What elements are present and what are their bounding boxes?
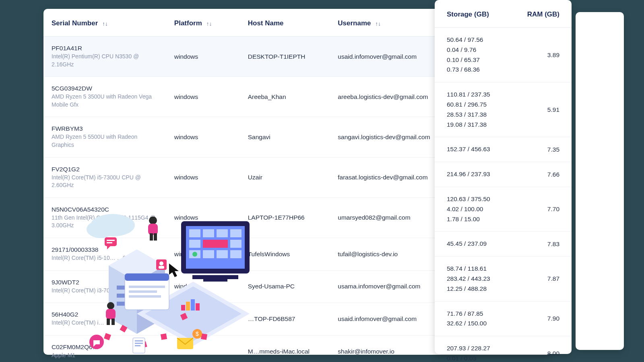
storage-line: 19.08 / 317.38 (447, 120, 523, 130)
col-storage-label[interactable]: Storage (GB) (447, 10, 523, 19)
serial-number: FV2Q1G2 (52, 166, 158, 173)
storage-values: 120.63 / 375.504.02 / 100.001.78 / 15.00 (447, 194, 523, 224)
storage-values: 110.81 / 237.3560.81 / 296.7528.53 / 317… (447, 90, 523, 130)
sort-icon: ↑↓ (375, 21, 381, 27)
cell-serial: PF01A41RIntel(R) Pentium(R) CPU N3530 @ … (43, 37, 166, 77)
serial-number: N5N0CV06A54320C (52, 206, 158, 213)
metrics-header: Storage (GB) RAM (GB) (435, 0, 572, 28)
col-host-label: Host Name (248, 19, 284, 27)
storage-line: 207.93 / 228.27 (447, 343, 523, 354)
ram-value: 7.35 (523, 146, 559, 153)
cell-host: Sangavi (240, 117, 330, 157)
cell-serial: 9J0WDT2Intel(R) Core(TM) i3-7020U CPU … (43, 270, 166, 303)
sort-icon: ↑↓ (102, 21, 108, 27)
ram-value: 3.89 (523, 51, 559, 59)
ram-value: 5.91 (523, 106, 559, 113)
cell-serial: C02FM0M2Q6…Apple M1 (43, 335, 166, 362)
serial-number: 29171/00003338 (52, 246, 158, 253)
ram-value: 7.66 (523, 171, 559, 178)
metrics-row: 58.74 / 118.61283.42 / 443.2312.25 / 488… (435, 257, 572, 301)
cell-host: …TOP-FD6B587 (240, 303, 330, 335)
cell-platform (166, 335, 240, 362)
metrics-row: 207.93 / 228.270.01 / 0.038.00 (435, 336, 572, 362)
sort-icon: ↑↓ (206, 21, 212, 27)
storage-line: 0.73 / 68.36 (447, 65, 523, 75)
metrics-row: 214.96 / 237.937.66 (435, 162, 572, 187)
cell-platform: windows (166, 197, 240, 238)
serial-number: 56H40G2 (52, 311, 158, 318)
storage-line: 32.62 / 150.00 (447, 319, 523, 329)
cell-platform: windows (166, 117, 240, 157)
cell-host: DESKTOP-T1IEPTH (240, 37, 330, 77)
ram-value: 7.70 (523, 206, 559, 213)
cell-host: Syed-Usama-PC (240, 270, 330, 303)
storage-line: 12.25 / 488.28 (447, 284, 523, 294)
serial-number: 5CG03942DW (52, 85, 158, 92)
cell-platform: windows (166, 238, 240, 270)
serial-number: C02FM0M2Q6… (52, 343, 158, 351)
ram-value: 8.00 (523, 350, 559, 357)
cpu-model: Apple M1 (52, 352, 158, 360)
serial-number: 9J0WDT2 (52, 279, 158, 286)
storage-line: 0.01 / 0.03 (447, 354, 523, 362)
serial-number: PF01A41R (52, 45, 158, 52)
metrics-row: 120.63 / 375.504.02 / 100.001.78 / 15.00… (435, 187, 572, 232)
storage-values: 58.74 / 118.61283.42 / 443.2312.25 / 488… (447, 264, 523, 294)
cell-serial: 5CG03942DWAMD Ryzen 5 3500U with Radeon … (43, 77, 166, 117)
storage-values: 214.96 / 237.93 (447, 169, 523, 179)
storage-values: 50.64 / 97.560.04 / 9.760.10 / 65.370.73… (447, 35, 523, 75)
ram-value: 7.90 (523, 315, 559, 322)
serial-number: FWRBYM3 (52, 125, 158, 132)
cell-platform: windows (166, 77, 240, 117)
col-ram-label[interactable]: RAM (GB) (523, 10, 559, 19)
metrics-rows: 50.64 / 97.560.04 / 9.760.10 / 65.370.73… (435, 28, 572, 362)
cell-serial: 29171/00003338Intel(R) Core(TM) i5-10… …… (43, 238, 166, 270)
cell-host: Uzair (240, 157, 330, 197)
metrics-row: 45.45 / 237.097.83 (435, 232, 572, 257)
storage-line: 110.81 / 237.35 (447, 90, 523, 100)
cell-serial: 56H40G2Intel(R) Core(TM) i… (43, 303, 166, 335)
storage-values: 45.45 / 237.09 (447, 239, 523, 249)
storage-line: 45.45 / 237.09 (447, 239, 523, 249)
cell-platform: windows (166, 37, 240, 77)
storage-values: 71.76 / 87.8532.62 / 150.00 (447, 309, 523, 329)
storage-line: 60.81 / 296.75 (447, 100, 523, 110)
ram-value: 7.83 (523, 241, 559, 248)
metrics-row: 71.76 / 87.8532.62 / 150.007.90 (435, 302, 572, 337)
metrics-row: 152.37 / 456.637.35 (435, 137, 572, 162)
cpu-model: Intel(R) Core(TM) i3-7020U CPU … (52, 287, 158, 295)
cell-platform: windows (166, 157, 240, 197)
col-host[interactable]: Host Name (240, 9, 330, 37)
cell-host: TufelsWindows (240, 238, 330, 270)
cell-serial: N5N0CV06A54320C11th Gen Intel(R) Core(TM… (43, 197, 166, 238)
storage-line: 4.02 / 100.00 (447, 204, 523, 214)
cpu-model: Intel(R) Core(TM) i5-10… …60GHz (52, 254, 158, 262)
metrics-row: 110.81 / 237.3560.81 / 296.7528.53 / 317… (435, 82, 572, 137)
cpu-model: AMD Ryzen 5 3500U with Radeon Vega Mobil… (52, 93, 158, 109)
cpu-model: Intel(R) Core(TM) i5-7300U CPU @ 2.60GHz (52, 174, 158, 189)
metrics-row: 50.64 / 97.560.04 / 9.760.10 / 65.370.73… (435, 28, 572, 82)
col-serial[interactable]: Serial Number ↑↓ (43, 9, 166, 37)
cpu-model: 11th Gen Intel(R) Core(TM) i3-1115G4 @ 3… (52, 214, 158, 230)
storage-line: 0.04 / 9.76 (447, 45, 523, 55)
background-card (576, 12, 624, 350)
storage-line: 152.37 / 456.63 (447, 144, 523, 154)
storage-line: 214.96 / 237.93 (447, 169, 523, 179)
cell-host: Areeba_Khan (240, 77, 330, 117)
storage-line: 0.10 / 65.37 (447, 55, 523, 65)
storage-line: 58.74 / 118.61 (447, 264, 523, 274)
storage-line: 283.42 / 443.23 (447, 274, 523, 284)
cell-serial: FV2Q1G2Intel(R) Core(TM) i5-7300U CPU @ … (43, 157, 166, 197)
cell-host: M…mmeds-iMac.local (240, 335, 330, 362)
cpu-model: Intel(R) Pentium(R) CPU N3530 @ 2.16GHz (52, 53, 158, 68)
col-serial-label: Serial Number (52, 19, 98, 27)
cell-platform: …ws (166, 303, 240, 335)
cell-platform: windows (166, 270, 240, 303)
col-user-label: Username (338, 19, 371, 27)
storage-line: 120.63 / 375.50 (447, 194, 523, 204)
cell-host: LAPTOP-1E77HP66 (240, 197, 330, 238)
col-platform[interactable]: Platform ↑↓ (166, 9, 240, 37)
storage-values: 207.93 / 228.270.01 / 0.03 (447, 343, 523, 362)
metrics-panel: Storage (GB) RAM (GB) 50.64 / 97.560.04 … (435, 0, 572, 354)
storage-values: 152.37 / 456.63 (447, 144, 523, 154)
